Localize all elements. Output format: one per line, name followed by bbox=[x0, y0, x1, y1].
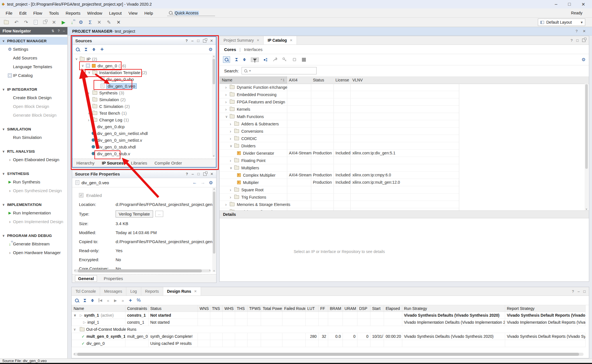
sidebar-item-run-simulation[interactable]: Run Simulation bbox=[0, 133, 67, 142]
col-bram[interactable]: BRAM bbox=[328, 305, 343, 312]
generate-bitstream-icon[interactable]: ↓ bbox=[71, 20, 73, 25]
collapse-all-icon[interactable] bbox=[85, 48, 87, 51]
tree-node-div-gen-0-vho[interactable]: div_gen_0.vho bbox=[72, 76, 216, 83]
col-ths[interactable]: THS bbox=[235, 305, 248, 312]
help-icon[interactable]: ? bbox=[576, 29, 578, 33]
close-tab-icon[interactable]: ✕ bbox=[194, 289, 197, 293]
menu-help[interactable]: Help bbox=[141, 11, 156, 15]
tab-log[interactable]: Log bbox=[126, 287, 141, 296]
chevron-down-icon[interactable]: ∨ bbox=[74, 313, 78, 317]
col-elapsed[interactable]: Elapsed bbox=[384, 305, 402, 312]
enabled-checkbox-row[interactable]: ✓ Enabled bbox=[72, 191, 216, 200]
tree-node-sim-netlist-vhdl[interactable]: div_gen_0_sim_netlist.vhdl bbox=[72, 130, 216, 137]
col-whs[interactable]: WHS bbox=[223, 305, 235, 312]
chevron-down-icon[interactable]: ∨ bbox=[230, 144, 234, 148]
sidebar-item-create-block-design[interactable]: Create Block Design bbox=[0, 93, 67, 102]
chevron-right-icon[interactable]: › bbox=[230, 121, 234, 126]
percent-icon[interactable]: % bbox=[137, 298, 141, 303]
sources-scrollbar[interactable]: ∧ ∨ bbox=[212, 55, 216, 157]
sidebar-section-ip-integrator[interactable]: ∨IP INTEGRATOR bbox=[0, 85, 67, 93]
cancel-icon[interactable]: ✕ bbox=[97, 20, 101, 25]
search-icon[interactable] bbox=[223, 56, 230, 63]
tab-ip-catalog[interactable]: IP Catalog✕ bbox=[264, 36, 297, 45]
help-icon[interactable]: ? bbox=[572, 289, 574, 294]
run-row-div-gen-0[interactable]: ✓div_gen_0 Using cached IP results bbox=[72, 340, 586, 347]
col-name[interactable]: Name bbox=[72, 305, 125, 312]
tab-project-summary[interactable]: Project Summary✕ bbox=[220, 36, 264, 45]
catalog-row-conversions[interactable]: ›Conversions bbox=[220, 128, 459, 135]
tab-ip-sources[interactable]: IP Sources bbox=[102, 161, 123, 165]
undo-icon[interactable]: ↶ bbox=[14, 20, 18, 25]
col-tpws[interactable]: TPWS bbox=[248, 305, 261, 312]
menu-edit[interactable]: Edit bbox=[16, 11, 30, 15]
run-row-impl-1[interactable]: ▷impl_1 constrs_1Not started Vivado Impl… bbox=[72, 319, 586, 326]
close-panel-icon[interactable]: ✕ bbox=[210, 39, 213, 43]
catalog-row-fpga-features[interactable]: ›FPGA Features and Design bbox=[220, 98, 459, 106]
sidebar-section-synthesis[interactable]: ∨SYNTHESIS bbox=[0, 170, 67, 177]
chevron-right-icon[interactable]: › bbox=[225, 107, 230, 112]
expand-all-icon[interactable] bbox=[243, 58, 246, 61]
menu-layout[interactable]: Layout bbox=[106, 11, 125, 15]
maximize-icon[interactable]: □ bbox=[568, 2, 571, 7]
catalog-row-adders-subtracters[interactable]: ›Adders & Subtracters bbox=[220, 120, 459, 128]
gear-icon[interactable]: ⚙ bbox=[209, 47, 213, 52]
catalog-row-cordic[interactable]: ›CORDIC bbox=[220, 135, 459, 142]
chevron-right-icon[interactable]: › bbox=[88, 111, 92, 116]
sidebar-item-settings[interactable]: ⚙Settings bbox=[0, 45, 67, 54]
add-sources-icon[interactable]: + bbox=[100, 46, 104, 53]
sidebar-section-simulation[interactable]: ∨SIMULATION bbox=[0, 125, 67, 133]
chevron-right-icon[interactable]: › bbox=[88, 90, 92, 95]
help-icon[interactable]: ? bbox=[185, 39, 188, 43]
subtab-interfaces[interactable]: Interfaces bbox=[244, 47, 262, 52]
menu-reports[interactable]: Reports bbox=[62, 11, 84, 15]
tree-node-change-log[interactable]: ›Change Log(1) bbox=[72, 116, 216, 123]
search-icon[interactable] bbox=[76, 48, 79, 51]
sidebar-item-run-synthesis[interactable]: ▶Run Synthesis bbox=[0, 177, 67, 186]
sidebar-section-project-manager[interactable]: ∨ PROJECT MANAGER bbox=[0, 37, 67, 45]
catalog-row-multipliers[interactable]: ∨Multipliers bbox=[220, 164, 459, 172]
tree-node-sim-netlist-v[interactable]: div_gen_0_sim_netlist.v bbox=[72, 137, 216, 143]
column-name[interactable]: Name^ 1 bbox=[220, 76, 287, 84]
catalog-row-trig-functions[interactable]: ›Trig Functions bbox=[220, 194, 459, 201]
chevron-down-icon[interactable]: ∨ bbox=[74, 327, 78, 331]
properties-scrollbar[interactable]: ∧ ∨ bbox=[212, 188, 216, 272]
close-panel-icon[interactable]: ✕ bbox=[210, 172, 213, 176]
catalog-row-memories-storage[interactable]: ›Memories & Storage Elements bbox=[220, 201, 459, 208]
copy-icon[interactable] bbox=[43, 21, 47, 24]
sidebar-item-run-implementation[interactable]: ▶Run Implementation bbox=[0, 208, 67, 217]
chevron-right-icon[interactable]: › bbox=[225, 99, 230, 104]
create-run-icon[interactable]: + bbox=[129, 297, 132, 303]
run-row-synth-1[interactable]: ∨▷synth_1(active) constrs_1Not started V… bbox=[72, 312, 586, 319]
minimize-panel-icon[interactable]: ‒ bbox=[191, 39, 193, 43]
scroll-down-icon[interactable]: ∨ bbox=[213, 154, 215, 157]
minimize-panel-icon[interactable]: ‒ bbox=[578, 289, 580, 294]
float-panel-icon[interactable] bbox=[582, 39, 586, 42]
chevron-down-icon[interactable]: ∨ bbox=[81, 64, 86, 68]
scroll-down-icon[interactable]: ∨ bbox=[213, 269, 215, 272]
minimize-panel-icon[interactable]: ‒ bbox=[63, 29, 65, 33]
scroll-right-icon[interactable]: › bbox=[209, 268, 210, 272]
chevron-down-icon[interactable]: ∨ bbox=[88, 70, 92, 74]
float-panel-icon[interactable] bbox=[203, 39, 206, 43]
gear-icon[interactable]: ⚙ bbox=[209, 180, 213, 185]
tree-node-instantiation-template[interactable]: ∨Instantiation Template(2) bbox=[72, 69, 216, 76]
scroll-up-icon[interactable]: ∧ bbox=[213, 188, 215, 190]
menu-file[interactable]: File bbox=[2, 11, 16, 15]
save-icon[interactable] bbox=[34, 20, 37, 25]
close-icon[interactable]: ✕ bbox=[583, 29, 586, 33]
catalog-row-multiplier[interactable]: MultiplierProductionIncludedxilinx.com:i… bbox=[220, 179, 459, 186]
run-row-ooc-group[interactable]: ∨Out-of-Context Module Runs bbox=[72, 326, 586, 333]
nav-collapse-icon[interactable]: ⇅ bbox=[52, 29, 54, 33]
chevron-right-icon[interactable]: › bbox=[225, 92, 230, 97]
tree-node-stub-v[interactable]: div_gen_0_stub.v bbox=[72, 150, 216, 157]
catalog-row-divider-generator[interactable]: Divider GeneratorAXI4-StreamProductionIn… bbox=[220, 150, 459, 157]
maximize-panel-icon[interactable]: □ bbox=[197, 172, 200, 176]
tree-node-div-gen-0[interactable]: ∨div_gen_0(16) bbox=[72, 62, 216, 69]
close-tab-icon[interactable]: ✕ bbox=[290, 38, 293, 42]
tree-node-simulation[interactable]: ›Simulation(2) bbox=[72, 96, 216, 103]
abort-icon[interactable]: ✕ bbox=[117, 20, 121, 25]
scroll-down-icon[interactable]: ∨ bbox=[586, 208, 587, 210]
chevron-right-icon[interactable]: › bbox=[230, 129, 234, 134]
tab-messages[interactable]: Messages bbox=[100, 287, 126, 296]
tab-reports[interactable]: Reports bbox=[141, 287, 163, 296]
